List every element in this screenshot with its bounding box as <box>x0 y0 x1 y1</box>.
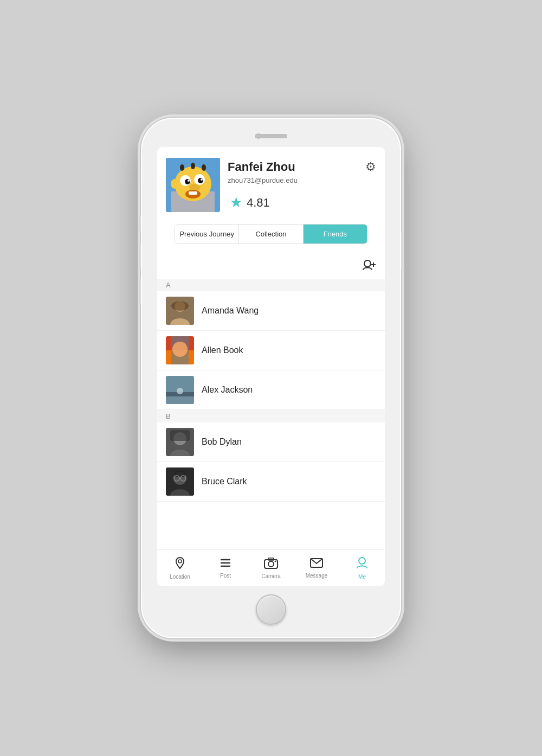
tab-friends[interactable]: Friends <box>303 225 367 244</box>
svg-point-14 <box>191 163 195 169</box>
friend-avatar-bruce <box>166 467 194 496</box>
svg-rect-35 <box>175 471 185 477</box>
avatar-image <box>166 158 220 212</box>
svg-point-7 <box>188 180 190 182</box>
friend-name-bob: Bob Dylan <box>202 437 242 447</box>
svg-point-16 <box>364 260 371 267</box>
svg-point-8 <box>201 178 203 181</box>
tab-collection[interactable]: Collection <box>238 225 302 244</box>
friend-item-allen[interactable]: Allen Book <box>157 331 385 370</box>
section-header-b: B <box>157 410 385 422</box>
phone-device: Fanfei Zhou zhou731@purdue.edu ⚙ ★ 4.81 <box>141 118 401 638</box>
friend-name-bruce: Bruce Clark <box>202 477 247 486</box>
nav-item-camera[interactable]: Camera <box>248 557 294 579</box>
nav-label-me: Me <box>358 574 366 580</box>
nav-label-location: Location <box>170 574 190 580</box>
friend-item-alex[interactable]: Alex Jackson <box>157 370 385 410</box>
nav-label-message: Message <box>306 573 328 579</box>
tab-previous-journey[interactable]: Previous Journey <box>175 225 238 244</box>
svg-point-46 <box>275 561 276 562</box>
volume-mute-button[interactable] <box>139 215 141 232</box>
phone-screen: Fanfei Zhou zhou731@purdue.edu ⚙ ★ 4.81 <box>157 147 385 586</box>
svg-point-15 <box>202 164 206 171</box>
svg-rect-32 <box>170 430 190 441</box>
friend-avatar-allen <box>166 336 194 364</box>
svg-point-12 <box>171 179 178 189</box>
svg-point-6 <box>198 178 203 183</box>
friend-item-amanda[interactable]: Amanda Wang <box>157 291 385 331</box>
add-friend-button[interactable] <box>362 259 376 274</box>
location-icon <box>174 556 186 573</box>
settings-icon[interactable]: ⚙ <box>365 160 376 174</box>
svg-point-5 <box>185 179 190 184</box>
profile-rating: ★ 4.81 <box>230 194 376 211</box>
bottom-nav: Location Post <box>157 549 385 586</box>
phone-top-bar <box>146 127 396 145</box>
phone-bottom-bar <box>146 591 396 629</box>
volume-up-button[interactable] <box>139 242 141 270</box>
friend-name-amanda: Amanda Wang <box>202 306 259 316</box>
profile-top-row: Fanfei Zhou zhou731@purdue.edu ⚙ ★ 4.81 <box>166 158 376 212</box>
friend-avatar-amanda <box>166 297 194 325</box>
nav-item-message[interactable]: Message <box>294 558 339 579</box>
power-button[interactable] <box>401 232 403 270</box>
me-icon <box>356 556 368 573</box>
friend-item-bruce[interactable]: Bruce Clark <box>157 462 385 502</box>
nav-item-post[interactable]: Post <box>203 558 248 579</box>
message-icon <box>310 558 323 572</box>
profile-avatar <box>166 158 220 212</box>
add-friend-icon <box>362 259 376 271</box>
svg-rect-21 <box>171 301 189 311</box>
star-icon: ★ <box>230 194 242 211</box>
profile-info: Fanfei Zhou zhou731@purdue.edu ⚙ ★ 4.81 <box>220 158 376 211</box>
rating-value: 4.81 <box>247 196 270 210</box>
post-icon <box>220 558 231 572</box>
camera-icon <box>264 557 278 572</box>
nav-item-me[interactable]: Me <box>339 556 385 580</box>
section-header-a: A <box>157 279 385 291</box>
screen-content: Fanfei Zhou zhou731@purdue.edu ⚙ ★ 4.81 <box>157 147 385 549</box>
nav-label-camera: Camera <box>261 573 281 579</box>
home-button[interactable] <box>256 594 286 625</box>
svg-point-44 <box>268 561 274 567</box>
friend-avatar-bob <box>166 428 194 456</box>
nav-item-location[interactable]: Location <box>157 556 203 580</box>
friend-name-alex: Alex Jackson <box>202 385 253 395</box>
svg-point-13 <box>180 164 184 171</box>
volume-down-button[interactable] <box>139 278 141 305</box>
svg-rect-28 <box>166 396 194 404</box>
svg-point-29 <box>177 388 183 394</box>
svg-point-48 <box>359 558 365 564</box>
profile-name: Fanfei Zhou <box>228 160 298 174</box>
friend-item-bob[interactable]: Bob Dylan <box>157 422 385 462</box>
friends-list: A Amanda Wang <box>157 279 385 549</box>
nav-label-post: Post <box>220 573 231 579</box>
profile-header: Fanfei Zhou zhou731@purdue.edu ⚙ ★ 4.81 <box>157 147 385 257</box>
svg-point-39 <box>178 560 182 563</box>
tabs-container: Previous Journey Collection Friends <box>175 224 367 244</box>
earpiece-speaker <box>255 134 287 138</box>
add-friend-row <box>157 257 385 279</box>
svg-rect-11 <box>189 191 197 195</box>
profile-email: zhou731@purdue.edu <box>228 176 298 184</box>
friend-name-allen: Allen Book <box>202 345 243 355</box>
friend-avatar-alex <box>166 376 194 404</box>
svg-point-25 <box>172 342 188 357</box>
